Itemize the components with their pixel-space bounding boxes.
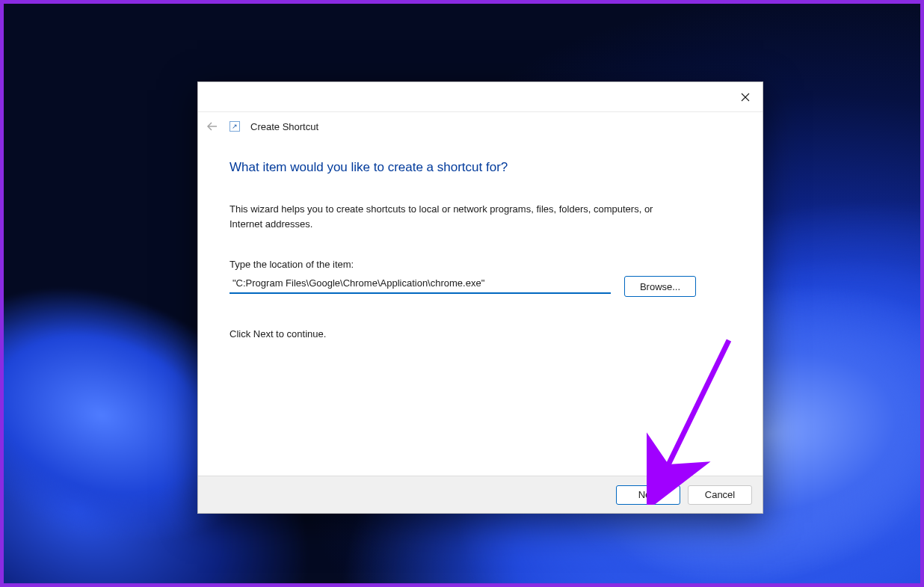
- back-button[interactable]: [201, 115, 224, 138]
- close-icon: [741, 93, 750, 102]
- shortcut-icon: [230, 121, 240, 132]
- dialog-title: Create Shortcut: [250, 121, 318, 132]
- dialog-description: This wizard helps you to create shortcut…: [230, 202, 671, 232]
- dialog-heading: What item would you like to create a sho…: [230, 160, 731, 175]
- desktop-wallpaper: Create Shortcut What item would you like…: [0, 0, 924, 587]
- dialog-header: Create Shortcut: [198, 112, 763, 141]
- location-input-value: "C:Program Files\Google\Chrome\Applicati…: [232, 277, 484, 289]
- dialog-content: What item would you like to create a sho…: [198, 141, 763, 476]
- browse-button[interactable]: Browse...: [624, 276, 696, 297]
- arrow-left-icon: [206, 120, 219, 133]
- next-button[interactable]: Next: [616, 485, 680, 505]
- close-button[interactable]: [728, 82, 763, 111]
- create-shortcut-dialog: Create Shortcut What item would you like…: [197, 82, 763, 514]
- dialog-footer: Next Cancel: [198, 476, 763, 513]
- cancel-button[interactable]: Cancel: [688, 485, 752, 505]
- location-input[interactable]: "C:Program Files\Google\Chrome\Applicati…: [230, 276, 611, 294]
- location-field-label: Type the location of the item:: [230, 259, 731, 270]
- dialog-titlebar: [198, 82, 763, 112]
- continue-hint: Click Next to continue.: [230, 328, 731, 339]
